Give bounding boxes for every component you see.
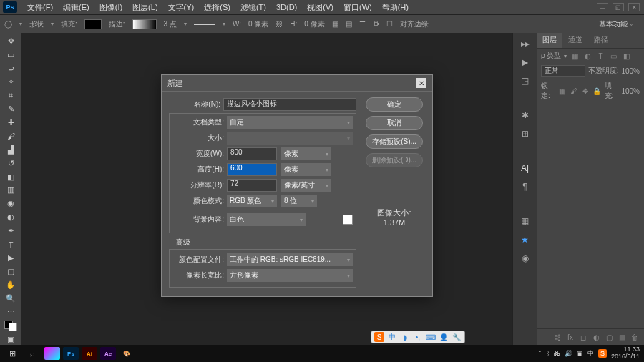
profile-select[interactable]: 工作中的 RGB: sRGB IEC619...▾ bbox=[227, 253, 353, 266]
taskbar-photoshop[interactable]: Ps bbox=[63, 347, 79, 360]
menu-view[interactable]: 视图(V) bbox=[303, 1, 338, 14]
ime-softkbd-icon[interactable]: ⌨ bbox=[426, 332, 436, 342]
ok-button[interactable]: 确定 bbox=[366, 97, 423, 112]
adjustment-icon[interactable]: ◐ bbox=[591, 332, 601, 342]
bg-select[interactable]: 白色▾ bbox=[227, 213, 306, 226]
marquee-tool[interactable]: ▭ bbox=[4, 49, 18, 60]
filter-pixel-icon[interactable]: ▦ bbox=[570, 51, 580, 61]
taskbar-clock[interactable]: 11:332016/5/11 bbox=[611, 346, 640, 361]
height-input[interactable]: 600 bbox=[227, 163, 277, 176]
new-layer-icon[interactable]: ▤ bbox=[617, 332, 627, 342]
close-button[interactable]: ✕ bbox=[628, 3, 640, 11]
save-preset-button[interactable]: 存储预设(S)... bbox=[366, 134, 423, 149]
path-select-tool[interactable]: ▶ bbox=[4, 253, 18, 263]
stamp-tool[interactable]: ▟ bbox=[4, 145, 18, 155]
taskbar-aftereffects[interactable]: Ae bbox=[100, 347, 116, 360]
align-icon[interactable]: ▤ bbox=[346, 20, 352, 28]
fill-value[interactable]: 100% bbox=[621, 87, 640, 95]
group-icon[interactable]: ▢ bbox=[604, 332, 614, 342]
nav-panel-icon[interactable]: ◉ bbox=[519, 252, 532, 265]
stroke-weight[interactable]: 3 点 bbox=[164, 19, 177, 29]
brush-tool[interactable]: 🖌 bbox=[4, 131, 18, 142]
lock-pixel-icon[interactable]: 🖌 bbox=[570, 86, 578, 96]
tab-channels[interactable]: 通道 bbox=[562, 33, 588, 48]
filter-smart-icon[interactable]: ◧ bbox=[621, 51, 631, 61]
para-panel-icon[interactable]: ¶ bbox=[519, 180, 532, 193]
ime-lang-icon[interactable]: 中 bbox=[387, 332, 397, 342]
height-unit-select[interactable]: 像素▾ bbox=[281, 163, 331, 176]
minimize-button[interactable]: — bbox=[597, 3, 608, 11]
search-icon[interactable]: ⌕ bbox=[24, 347, 40, 360]
gradient-tool[interactable]: ▥ bbox=[4, 185, 18, 195]
menu-window[interactable]: 窗口(W) bbox=[339, 1, 376, 14]
tray-net-icon[interactable]: 🖧 bbox=[554, 350, 560, 357]
hand-tool[interactable]: ✋ bbox=[4, 280, 18, 290]
zoom-tool[interactable]: 🔍 bbox=[4, 293, 18, 304]
tray-up-icon[interactable]: ˄ bbox=[538, 350, 542, 357]
filter-type-icon[interactable]: T bbox=[595, 51, 605, 61]
name-input[interactable]: 描边风格小图标 bbox=[223, 98, 356, 111]
dialog-close-button[interactable]: ✕ bbox=[416, 78, 426, 88]
menu-3d[interactable]: 3D(D) bbox=[272, 1, 301, 13]
pen-tool[interactable]: ✒ bbox=[4, 225, 18, 236]
swatches-panel-icon[interactable]: ▦ bbox=[519, 215, 532, 228]
mode-select[interactable]: RGB 颜色▾ bbox=[227, 195, 277, 207]
menu-file[interactable]: 文件(F) bbox=[23, 1, 57, 14]
opt-align-edge[interactable]: 对齐边缘 bbox=[400, 19, 429, 29]
stroke-style[interactable] bbox=[194, 24, 215, 25]
preset-select[interactable]: 自定▾ bbox=[227, 116, 353, 129]
tab-paths[interactable]: 路径 bbox=[588, 33, 614, 48]
res-input[interactable]: 72 bbox=[227, 179, 277, 192]
stroke-swatch[interactable] bbox=[132, 19, 157, 29]
history-panel-icon[interactable]: ▸▸ bbox=[519, 37, 532, 50]
quickmask-tool[interactable]: ▣ bbox=[4, 334, 18, 345]
workspace-switcher[interactable]: 基本功能 » bbox=[592, 18, 640, 31]
shape-tool[interactable]: ▢ bbox=[4, 266, 18, 277]
link-layers-icon[interactable]: ⛓ bbox=[552, 332, 562, 342]
menu-help[interactable]: 帮助(H) bbox=[378, 1, 413, 14]
lock-trans-icon[interactable]: ▦ bbox=[558, 86, 567, 96]
menu-type[interactable]: 文字(Y) bbox=[164, 1, 199, 14]
color-swatches[interactable] bbox=[4, 321, 17, 331]
pathops-icon[interactable]: ▦ bbox=[332, 20, 338, 28]
type-tool[interactable]: T bbox=[4, 239, 18, 250]
start-button[interactable]: ⊞ bbox=[4, 347, 20, 360]
arrange-icon[interactable]: ☰ bbox=[359, 20, 366, 28]
tray-vol-icon[interactable]: 🔊 bbox=[565, 350, 572, 357]
blur-tool[interactable]: ◉ bbox=[4, 198, 18, 209]
taskbar-app-5[interactable]: 🎨 bbox=[119, 347, 135, 360]
properties-panel-icon[interactable]: ◲ bbox=[519, 74, 532, 87]
char-panel-icon[interactable]: A| bbox=[519, 162, 532, 175]
restore-button[interactable]: ◱ bbox=[613, 3, 624, 11]
delete-layer-icon[interactable]: 🗑 bbox=[630, 332, 640, 342]
menu-image[interactable]: 图像(I) bbox=[95, 1, 127, 14]
filter-adjust-icon[interactable]: ◐ bbox=[582, 51, 592, 61]
size-select[interactable]: ▾ bbox=[227, 132, 353, 145]
eraser-tool[interactable]: ◧ bbox=[4, 172, 18, 182]
color-panel-icon[interactable]: ★ bbox=[519, 233, 532, 246]
blend-mode-select[interactable]: 正常 bbox=[541, 65, 585, 77]
res-unit-select[interactable]: 像素/英寸▾ bbox=[281, 179, 331, 192]
eyedropper-tool[interactable]: ✎ bbox=[4, 104, 18, 114]
edit-toolbar[interactable]: ⋯ bbox=[4, 307, 18, 318]
menu-edit[interactable]: 编辑(E) bbox=[59, 1, 94, 14]
ime-moon-icon[interactable]: ◗ bbox=[400, 332, 410, 342]
ime-punct-icon[interactable]: •, bbox=[413, 332, 423, 342]
ime-tool-icon[interactable]: 🔧 bbox=[452, 332, 462, 342]
menu-layer[interactable]: 图层(L) bbox=[128, 1, 162, 14]
gear-icon[interactable]: ⚙ bbox=[373, 20, 379, 28]
bg-color-swatch[interactable] bbox=[343, 215, 353, 225]
taskbar-app-1[interactable] bbox=[44, 347, 60, 360]
tray-bt-icon[interactable]: ᛒ bbox=[546, 350, 550, 357]
width-unit-select[interactable]: 像素▾ bbox=[281, 147, 331, 160]
bits-select[interactable]: 8 位▾ bbox=[281, 195, 317, 207]
wand-tool[interactable]: ✧ bbox=[4, 77, 18, 87]
delete-preset-button[interactable]: 删除预设(D)... bbox=[366, 153, 423, 167]
link-icon[interactable]: ⛓ bbox=[275, 20, 283, 28]
width-input[interactable]: 800 bbox=[227, 147, 277, 160]
actions-panel-icon[interactable]: ▶ bbox=[519, 56, 532, 69]
tray-flag-icon[interactable]: ▣ bbox=[577, 350, 583, 357]
opt-h-value[interactable]: 0 像素 bbox=[304, 19, 324, 29]
fx-icon[interactable]: fx bbox=[565, 332, 575, 342]
menu-select[interactable]: 选择(S) bbox=[200, 1, 235, 14]
